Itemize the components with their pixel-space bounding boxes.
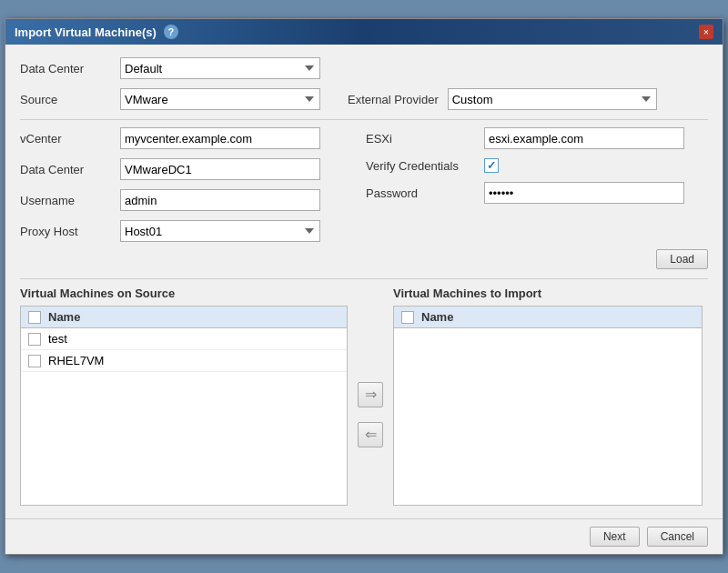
data-center-select[interactable]: Default (120, 57, 320, 79)
verify-credentials-wrapper (484, 158, 499, 173)
username-label: Username (20, 194, 111, 207)
right-col: ESXi Verify Credentials Password (366, 127, 684, 204)
source-vm-name-1: RHEL7VM (48, 354, 104, 367)
back-arrow-button[interactable]: ⇐ (358, 422, 383, 447)
verify-credentials-row: Verify Credentials (366, 158, 684, 173)
vcenter-label: vCenter (20, 132, 111, 146)
load-button[interactable]: Load (656, 249, 708, 269)
source-label: Source (20, 93, 111, 106)
data-center2-input[interactable] (120, 158, 320, 180)
detail-fields: vCenter Data Center Username Proxy Host (20, 127, 708, 242)
divider2 (20, 278, 708, 279)
left-col: vCenter Data Center Username Proxy Host (20, 127, 320, 242)
vm-import-title: Virtual Machines to Import (393, 286, 703, 300)
esxi-row: ESXi (366, 127, 684, 149)
data-center2-row: Data Center (20, 158, 320, 180)
next-button[interactable]: Next (590, 527, 640, 547)
arrow-col: ⇒ ⇐ (348, 286, 393, 506)
esxi-input[interactable] (484, 127, 684, 149)
proxy-host-label: Proxy Host (20, 225, 111, 238)
external-provider-label: External Provider (348, 93, 439, 106)
table-row: test (21, 328, 347, 350)
vm-source-panel: Virtual Machines on Source Name test RHE… (20, 286, 348, 506)
load-row: Load (20, 249, 708, 269)
table-row: RHEL7VM (21, 350, 347, 372)
data-center-row: Data Center Default (20, 57, 708, 79)
import-col-name: Name (421, 310, 453, 324)
source-row: Source VMware External Provider Custom (20, 88, 708, 110)
vm-section: Virtual Machines on Source Name test RHE… (20, 286, 708, 506)
username-row: Username (20, 189, 320, 211)
dialog-content: Data Center Default Source VMware Extern… (5, 45, 723, 518)
vcenter-input[interactable] (120, 127, 320, 149)
vm-import-header: Name (394, 307, 702, 328)
password-row: Password (366, 182, 684, 204)
password-input[interactable] (484, 182, 684, 204)
import-vm-dialog: Import Virtual Machine(s) ? × Data Cente… (5, 18, 723, 555)
cancel-button[interactable]: Cancel (647, 527, 708, 547)
vm-source-header: Name (21, 307, 347, 328)
source-col-name: Name (48, 310, 80, 324)
dialog-title: Import Virtual Machine(s) (15, 25, 157, 39)
vm-source-title: Virtual Machines on Source (20, 286, 348, 300)
verify-credentials-checkbox[interactable] (484, 158, 499, 173)
proxy-host-select[interactable]: Host01 (120, 220, 320, 242)
title-bar: Import Virtual Machine(s) ? × (5, 19, 723, 45)
source-row-check-1[interactable] (28, 355, 41, 367)
forward-arrow-button[interactable]: ⇒ (358, 382, 383, 407)
vm-source-table: Name test RHEL7VM (20, 306, 348, 506)
title-left: Import Virtual Machine(s) ? (15, 25, 178, 39)
source-header-checkbox[interactable] (28, 311, 41, 324)
help-icon[interactable]: ? (164, 25, 178, 39)
verify-credentials-label: Verify Credentials (366, 159, 475, 173)
external-provider-select[interactable]: Custom (448, 88, 657, 110)
username-input[interactable] (120, 189, 320, 211)
vm-import-panel: Virtual Machines to Import Name (393, 286, 703, 506)
esxi-label: ESXi (366, 132, 475, 146)
import-header-checkbox[interactable] (401, 311, 414, 324)
data-center-label: Data Center (20, 62, 111, 75)
divider1 (20, 119, 708, 120)
source-vm-name-0: test (48, 332, 67, 346)
data-center2-label: Data Center (20, 163, 111, 176)
footer-bar: Next Cancel (5, 518, 723, 554)
close-button[interactable]: × (699, 25, 713, 39)
vcenter-row: vCenter (20, 127, 320, 149)
proxy-host-row: Proxy Host Host01 (20, 220, 320, 242)
vm-import-table: Name (393, 306, 703, 506)
password-label: Password (366, 186, 475, 200)
source-select[interactable]: VMware (120, 88, 320, 110)
source-row-check-0[interactable] (28, 333, 41, 346)
